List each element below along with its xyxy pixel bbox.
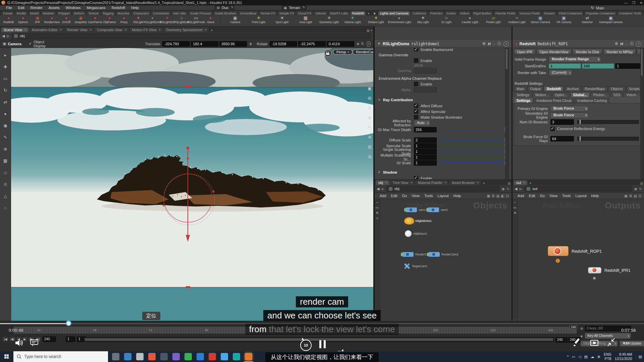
rotate-field[interactable]: -19.5208: [270, 41, 297, 47]
viewport-tool-icon[interactable]: ◉: [2, 122, 9, 129]
network-menu-item[interactable]: Edit: [527, 194, 538, 198]
shelf-tab[interactable]: Volume: [314, 11, 328, 15]
close-tab-icon[interactable]: ✕: [477, 181, 479, 184]
shelf-tool[interactable]: ☀ Spot Light: [270, 16, 294, 24]
start-field[interactable]: 1: [549, 63, 581, 69]
pane-tab[interactable]: Composite View✕: [94, 27, 128, 32]
shelf-tab[interactable]: Muscles: [116, 11, 131, 15]
shelf-tab[interactable]: Hair Utils: [171, 11, 188, 15]
translate-field[interactable]: -324.793: [162, 41, 190, 47]
net-abc-icon[interactable]: abc: [513, 206, 517, 209]
section-header[interactable]: Ray Contribution: [383, 98, 413, 102]
network-node[interactable]: TargetCam1: [404, 263, 427, 269]
shelf-tool[interactable]: ▣ Camera: [223, 16, 247, 24]
playback-range-slider[interactable]: [84, 337, 554, 342]
settings-tab[interactable]: Archive: [564, 86, 581, 91]
shelf-tab[interactable]: Oceans: [542, 11, 556, 15]
shelf-tool[interactable]: ◐ RSLightDome: [146, 16, 160, 24]
shelf-tab[interactable]: Container Tools: [617, 11, 643, 15]
viewport-tool-icon[interactable]: ⌂: [2, 204, 9, 211]
shelf-tab[interactable]: Texture: [87, 11, 100, 15]
shelf-tab[interactable]: Grains: [445, 11, 458, 15]
shelf-tool[interactable]: ⇄ Switcher: [576, 16, 599, 24]
shelf-tab[interactable]: Rigging: [101, 11, 115, 15]
handle-icon[interactable]: ◈: [357, 42, 359, 46]
shelf-tool[interactable]: ☀ Sky Light: [411, 16, 435, 24]
net-shape-icon[interactable]: ◈: [376, 217, 378, 220]
slider[interactable]: [439, 145, 505, 146]
shelf-tool[interactable]: ○ RSLightSun: [174, 16, 189, 24]
gear-icon[interactable]: ⚙: [615, 42, 618, 46]
net-badge-icon[interactable]: ▸: [377, 201, 378, 204]
network-menu-item[interactable]: Tools: [422, 194, 435, 198]
shelf-tab[interactable]: Vellum: [458, 11, 471, 15]
help-icon[interactable]: ?: [636, 41, 641, 47]
network-menu-item[interactable]: Add: [515, 194, 527, 198]
close-tab-icon[interactable]: ✕: [523, 181, 526, 184]
network-menu-item[interactable]: Tools: [560, 194, 573, 198]
add-pane-tab-button[interactable]: +: [528, 181, 533, 185]
object-display-menu[interactable]: Object Display: [34, 40, 51, 48]
pane-tab[interactable]: Material Palette✕: [415, 180, 449, 185]
shelf-tab[interactable]: Polygon: [57, 11, 71, 15]
gear-icon[interactable]: ⚙: [482, 42, 486, 46]
forward-icon[interactable]: ▶: [7, 34, 9, 38]
settings-subtab2[interactable]: Settings: [514, 98, 533, 103]
checkbox[interactable]: [414, 58, 418, 63]
shelf-tool[interactable]: ● On/Off: [59, 16, 73, 24]
collapse-icon[interactable]: ⊖: [378, 98, 380, 101]
translate-field[interactable]: 182.4: [191, 41, 218, 47]
close-tab-icon[interactable]: ✕: [24, 28, 27, 32]
path-field[interactable]: obj: [12, 33, 371, 39]
settings-subtab[interactable]: SSS: [610, 92, 623, 97]
close-tab-icon[interactable]: ✕: [410, 181, 413, 184]
refresh-icon[interactable]: ↻: [507, 187, 509, 191]
add-pane-tab-button[interactable]: +: [209, 28, 214, 32]
volume-icon[interactable]: [15, 339, 23, 347]
shelf-tab[interactable]: Model: [29, 11, 41, 15]
network-menu-item[interactable]: Add: [377, 194, 389, 198]
shelf-tab[interactable]: Collisions: [411, 11, 428, 15]
viewport-tool-icon[interactable]: ↻: [2, 86, 9, 94]
settings-tab[interactable]: Redshift: [544, 86, 564, 91]
end-field[interactable]: 240: [582, 63, 614, 69]
shelf-tab[interactable]: Constraints: [151, 11, 171, 15]
network-node[interactable]: cam2: [428, 207, 448, 212]
shelf-tab[interactable]: Modeler: [41, 11, 56, 15]
network-menu-item[interactable]: Layout: [435, 194, 451, 198]
shelf-tool[interactable]: ◖ Caustic Light: [458, 16, 482, 24]
settings-tab[interactable]: Output: [528, 86, 544, 91]
sort-icon[interactable]: ⇅: [361, 42, 364, 46]
net-color-icon[interactable]: ◧: [501, 194, 504, 198]
slider[interactable]: [577, 120, 639, 124]
shelf-tool[interactable]: ▭ RSLightPortal: [189, 16, 203, 24]
net-display-icon[interactable]: ▦: [487, 194, 490, 198]
value-field[interactable]: 1: [414, 160, 437, 166]
shelf-tool[interactable]: ○ Ambient Light: [505, 16, 529, 24]
shelf-tab[interactable]: SideFX Labs: [328, 11, 350, 15]
network-node[interactable]: rslightdome1: [405, 218, 432, 224]
slider[interactable]: [439, 151, 505, 152]
value-field[interactable]: 1: [414, 143, 437, 148]
settings-tab[interactable]: Scripts: [626, 86, 642, 91]
forward-icon[interactable]: ▶: [519, 187, 522, 191]
viewport-tool-icon[interactable]: ◇: [2, 169, 9, 176]
shelf-tool[interactable]: ☀ Distant Light: [364, 16, 388, 24]
settings-subtab[interactable]: Optim...: [552, 92, 570, 97]
shelf-set-selector[interactable]: ◉Terrain: [282, 6, 307, 10]
close-tab-icon[interactable]: ✕: [158, 28, 161, 32]
shelf-tool[interactable]: ▱ Portal Light: [482, 16, 505, 24]
value-field[interactable]: 2: [414, 137, 437, 143]
back-icon[interactable]: ◀: [377, 187, 379, 191]
render-button[interactable]: Open IPR: [514, 49, 535, 55]
network-menu-item[interactable]: Edit: [389, 194, 400, 198]
annotate-pencil-icon[interactable]: [573, 338, 582, 347]
checkbox[interactable]: [550, 127, 555, 131]
network-menu-item[interactable]: Go: [538, 194, 547, 198]
shelf-tool[interactable]: ▣ Stereo Camera: [529, 16, 552, 24]
checkbox[interactable]: [414, 104, 418, 108]
menu-item[interactable]: Assets: [46, 6, 62, 10]
take-dropdown[interactable]: (Current): [549, 70, 572, 76]
viewport-display-icon[interactable]: ◍: [368, 154, 371, 159]
viewport-tool-icon[interactable]: ⊙: [2, 180, 9, 188]
